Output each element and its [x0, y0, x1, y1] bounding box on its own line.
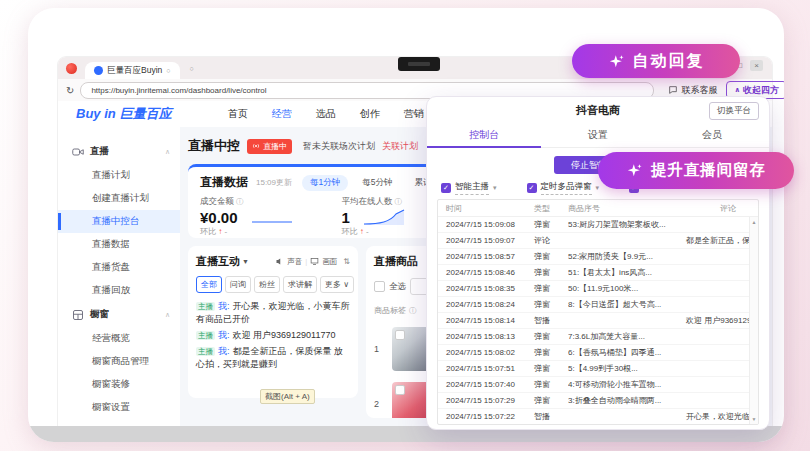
log-comment: 欢迎 用户93691290 — [684, 315, 758, 326]
auto-reply-label: 自动回复 — [633, 51, 705, 72]
log-product: 3:折叠全自动雨伞晴雨两... — [568, 395, 684, 406]
chat-bubble-icon — [668, 85, 678, 95]
auto-reply-badge: 自动回复 — [572, 44, 740, 78]
buyin-logo[interactable]: Buy in巨量百应 — [76, 105, 172, 123]
compare-delta: - — [224, 227, 227, 236]
plan-note: 暂未关联场次计划 — [303, 140, 375, 153]
chevron-down-icon[interactable]: ▾ — [596, 184, 600, 192]
switch-platform-button[interactable]: 切换平台 — [709, 102, 759, 120]
logo-cn: 巨量百应 — [120, 106, 172, 121]
chat-message: 主播我:开心果，欢迎光临，小黄车所有商品已开价 — [196, 300, 350, 326]
sidebar-item[interactable]: 橱窗商品管理 — [58, 350, 180, 373]
log-type: 弹窗 — [534, 363, 568, 374]
link-plan-link[interactable]: 关联计划 — [382, 140, 418, 153]
log-row: 2024/7/15 15:08:24弹窗8:【今日送蛋】超大号高... — [438, 297, 758, 313]
log-table-body: 2024/7/15 15:09:08弹窗53:厨房刀架置物架案板收...2024… — [438, 217, 758, 425]
chevron-down-icon[interactable]: ▼ — [242, 258, 249, 265]
checkbox-checked-icon[interactable]: ✓ — [527, 183, 537, 193]
toggle-label: 定时多品弹窗 — [541, 181, 592, 195]
interaction-tab[interactable]: 更多 ∨ — [320, 276, 354, 293]
screen-icon[interactable] — [310, 257, 319, 266]
logo-en: Buy in — [76, 106, 116, 121]
sidebar-group-0[interactable]: 直播∧ — [58, 139, 180, 164]
reload-icon[interactable]: ↻ — [66, 85, 74, 96]
contact-support-label: 联系客服 — [681, 84, 717, 97]
nav-item[interactable]: 选品 — [316, 107, 336, 121]
divider: | — [305, 257, 307, 266]
log-type: 弹窗 — [534, 267, 568, 278]
toggle-option[interactable]: ✓智能主播▾ — [441, 181, 497, 195]
interaction-tab[interactable]: 全部 — [196, 276, 222, 293]
log-type: 弹窗 — [534, 395, 568, 406]
window-close-icon[interactable]: × — [750, 60, 763, 71]
interval-tab[interactable]: 每5分钟 — [354, 175, 400, 191]
log-time: 2024/7/15 15:08:02 — [438, 348, 534, 357]
sender-label: 我: — [218, 346, 230, 356]
assistant-panel: 抖音电商 切换平台 控制台设置会员 停止智能中控 ✓智能主播▾✓定时多品弹窗▾✓… — [426, 96, 770, 430]
panel-tab[interactable]: 会员 — [655, 123, 769, 147]
sender-label: 我: — [218, 330, 230, 340]
browser-tab[interactable]: 巨量百应Buyin ○ — [85, 62, 180, 79]
log-row: 2024/7/15 15:08:02弹窗6:【香氛马桶垫】四季通... — [438, 345, 758, 361]
checkbox-unchecked-icon[interactable] — [395, 330, 405, 340]
scrollbar[interactable]: ▲ ▼ — [749, 217, 758, 424]
sidebar-item[interactable]: 橱窗设置 — [58, 396, 180, 419]
toggle-option[interactable]: ✓定时多品弹窗▾ — [527, 181, 600, 195]
contact-support-button[interactable]: 联系客服 — [668, 84, 717, 97]
panel-tab[interactable]: 控制台 — [427, 123, 541, 147]
expand-icon[interactable]: ⇅ — [343, 257, 350, 266]
sidebar-item[interactable]: 直播中控台 — [58, 210, 180, 233]
log-row: 2024/7/15 15:08:46弹窗51:【君太太】ins风高... — [438, 265, 758, 281]
log-row: 2024/7/15 15:08:14智播欢迎 用户93691290 — [438, 313, 758, 329]
audio-toggle-label[interactable]: 声音 — [287, 257, 302, 267]
sidebar-item[interactable]: 直播回放 — [58, 279, 180, 302]
checkbox-checked-icon[interactable]: ✓ — [441, 183, 451, 193]
page-title: 直播中控 — [188, 137, 240, 155]
checkbox-unchecked-icon[interactable] — [395, 385, 405, 395]
product-index: 2 — [374, 399, 382, 409]
log-type: 弹窗 — [534, 251, 568, 262]
host-tag: 主播 — [196, 331, 215, 340]
nav-item[interactable]: 创作 — [360, 107, 380, 121]
chevron-down-icon[interactable]: ▾ — [493, 184, 497, 192]
sidebar-group-1[interactable]: 橱窗∧ — [58, 302, 180, 327]
new-tab-icon[interactable]: ○ — [190, 65, 194, 72]
log-type: 弹窗 — [534, 331, 568, 342]
tab-close-icon[interactable]: ○ — [166, 67, 170, 74]
host-tag: 主播 — [196, 347, 215, 356]
live-icon — [72, 146, 84, 158]
scroll-up-icon[interactable]: ▲ — [752, 219, 757, 225]
log-product: 53:厨房刀架置物架案板收... — [568, 219, 684, 230]
sparkline-rise — [362, 208, 406, 226]
sidebar-group-2[interactable]: 视频∧ — [58, 419, 180, 426]
panel-tab[interactable]: 设置 — [541, 123, 655, 147]
interval-tab[interactable]: 每1分钟 — [302, 175, 348, 191]
nav-item[interactable]: 经营 — [272, 107, 292, 121]
log-type: 智播 — [534, 315, 568, 326]
interaction-tab[interactable]: 粉丝 — [254, 276, 280, 293]
product-tag-label: 商品标签 — [374, 305, 406, 316]
screen-toggle-label[interactable]: 画面 — [322, 257, 337, 267]
interaction-tab[interactable]: 问询 — [225, 276, 251, 293]
sidebar-item[interactable]: 橱窗装修 — [58, 373, 180, 396]
scroll-down-icon[interactable]: ▼ — [752, 416, 757, 422]
log-time: 2024/7/15 15:08:14 — [438, 316, 534, 325]
sidebar-item[interactable]: 直播计划 — [58, 164, 180, 187]
compare-label: 环比 — [342, 227, 358, 236]
log-row: 2024/7/15 15:08:13弹窗7:3.6L加高笼大容量... — [438, 329, 758, 345]
log-time: 2024/7/15 15:09:08 — [438, 220, 534, 229]
interaction-tab[interactable]: 求讲解 — [283, 276, 317, 293]
sidebar-item[interactable]: 直播数据 — [58, 233, 180, 256]
nav-item[interactable]: 首页 — [228, 107, 248, 121]
compare-delta: - — [366, 227, 369, 236]
up-arrow-icon: ↑ — [218, 227, 222, 236]
sidebar-item[interactable]: 直播货盘 — [58, 256, 180, 279]
log-product: 8:【今日送蛋】超大号高... — [568, 299, 684, 310]
log-time: 2024/7/15 15:08:13 — [438, 332, 534, 341]
select-all-checkbox[interactable] — [374, 281, 385, 292]
sidebar-item[interactable]: 创建直播计划 — [58, 187, 180, 210]
speaker-icon[interactable] — [275, 257, 284, 266]
panel-title: 抖音电商 — [576, 103, 620, 118]
sidebar-item[interactable]: 经营概览 — [58, 327, 180, 350]
nav-item[interactable]: 营销 — [404, 107, 424, 121]
